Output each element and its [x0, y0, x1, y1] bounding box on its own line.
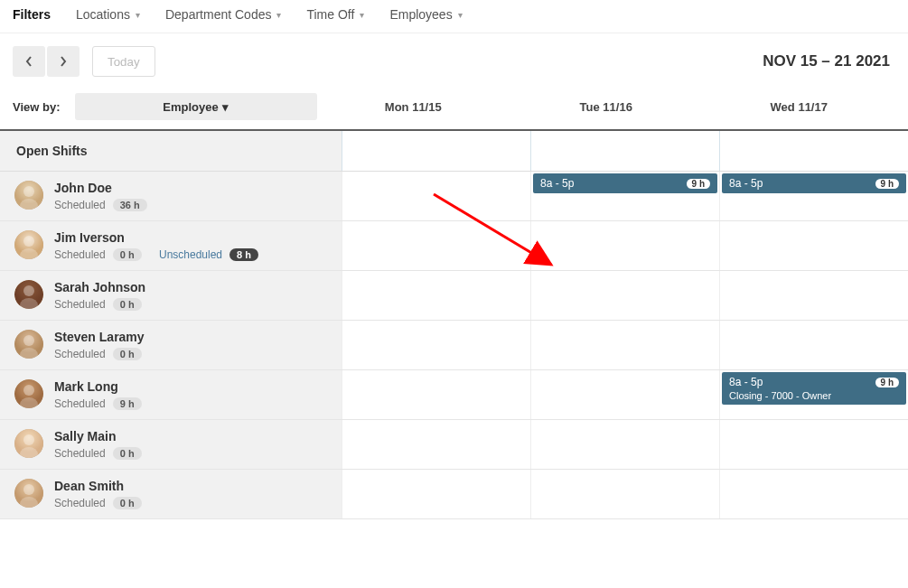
toolbar: Today NOV 15 – 21 2021	[0, 33, 908, 93]
day-cell[interactable]	[342, 470, 530, 518]
next-button[interactable]	[47, 46, 80, 77]
day-cell[interactable]	[719, 271, 908, 320]
svg-point-10	[23, 335, 34, 346]
day-header: Tue 11/16	[510, 100, 703, 114]
employee-name: Steven Laramy	[54, 330, 145, 344]
avatar	[14, 230, 43, 259]
scheduled-label: Scheduled	[54, 497, 106, 509]
day-cells	[342, 221, 908, 270]
avatar	[14, 429, 43, 458]
svg-point-1	[23, 186, 34, 197]
day-cell[interactable]: 8a - 5p 9 h Closing - 7000 - Owner	[719, 370, 908, 419]
employee-row: Jim Iverson Scheduled 0 h Unscheduled 8 …	[0, 221, 908, 271]
scheduled-hours-badge: 9 h	[113, 397, 142, 410]
employee-meta: Scheduled 0 h	[54, 447, 142, 460]
day-header: Wed 11/17	[703, 100, 896, 114]
day-cell[interactable]	[342, 172, 530, 220]
day-cell[interactable]	[530, 470, 719, 518]
today-button[interactable]: Today	[92, 46, 155, 77]
day-cell[interactable]	[719, 131, 908, 171]
filter-employees[interactable]: Employees ▾	[389, 7, 462, 22]
employee-row: Mark Long Scheduled 9 h 8a - 5p 9 h Clos…	[0, 370, 908, 420]
scheduled-hours-badge: 0 h	[113, 298, 142, 311]
shift-block[interactable]: 8a - 5p 9 h Closing - 7000 - Owner	[722, 372, 906, 405]
day-cell[interactable]	[342, 420, 530, 469]
day-headers: Mon 11/15 Tue 11/16 Wed 11/17	[317, 100, 895, 114]
employee-name: Dean Smith	[54, 479, 142, 493]
day-cell[interactable]	[530, 271, 719, 320]
employee-cell[interactable]: Jim Iverson Scheduled 0 h Unscheduled 8 …	[0, 221, 342, 270]
shift-block[interactable]: 8a - 5p 9 h	[533, 173, 717, 193]
employee-name: John Doe	[54, 181, 147, 195]
day-cell[interactable]	[342, 221, 530, 270]
day-cells	[342, 271, 908, 320]
open-shifts-label: Open Shifts	[0, 131, 342, 171]
filters-bar: Filters Locations ▾ Department Codes ▾ T…	[0, 0, 908, 33]
avatar	[14, 280, 43, 309]
shift-block[interactable]: 8a - 5p 9 h	[722, 173, 906, 193]
scheduled-hours-badge: 0 h	[113, 348, 142, 360]
employee-name: Sally Main	[54, 429, 142, 443]
employee-meta: Scheduled 36 h	[54, 199, 147, 211]
chevron-down-icon: ▾	[136, 10, 140, 20]
employee-row: Steven Laramy Scheduled 0 h	[0, 321, 908, 370]
chevron-left-icon	[24, 55, 33, 68]
avatar	[14, 379, 43, 408]
employee-cell[interactable]: Steven Laramy Scheduled 0 h	[0, 321, 342, 369]
employee-row: John Doe Scheduled 36 h 8a - 5p 9 h 8a -…	[0, 172, 908, 221]
filter-locations[interactable]: Locations ▾	[76, 7, 140, 22]
day-cell[interactable]	[530, 221, 719, 270]
day-cell[interactable]	[719, 470, 908, 518]
filters-label: Filters	[13, 7, 51, 22]
employee-cell[interactable]: Sarah Johnson Scheduled 0 h	[0, 271, 342, 320]
employee-cell[interactable]: Dean Smith Scheduled 0 h	[0, 470, 342, 518]
scheduled-hours-badge: 36 h	[113, 199, 147, 211]
scheduled-label: Scheduled	[54, 248, 106, 261]
unscheduled-hours-badge: 8 h	[229, 248, 258, 261]
day-cell[interactable]	[342, 131, 530, 171]
chevron-right-icon	[59, 55, 68, 68]
employee-name: Mark Long	[54, 379, 142, 394]
day-cell[interactable]	[530, 321, 719, 369]
day-cells	[342, 470, 908, 518]
employee-row: Dean Smith Scheduled 0 h	[0, 470, 908, 519]
filter-department-codes[interactable]: Department Codes ▾	[165, 7, 282, 22]
employee-cell[interactable]: Sally Main Scheduled 0 h	[0, 420, 342, 469]
schedule-grid: Open Shifts John Doe Scheduled 36 h 8a -…	[0, 131, 908, 519]
employee-name: Sarah Johnson	[54, 280, 145, 294]
scheduled-label: Scheduled	[54, 199, 106, 211]
day-cell[interactable]: 8a - 5p 9 h	[719, 172, 908, 220]
employee-cell[interactable]: Mark Long Scheduled 9 h	[0, 370, 342, 419]
employee-meta: Scheduled 0 h	[54, 497, 142, 509]
day-cell[interactable]	[530, 131, 719, 171]
day-cell[interactable]	[719, 221, 908, 270]
avatar	[14, 181, 43, 210]
avatar	[14, 330, 43, 359]
day-cell[interactable]	[530, 420, 719, 469]
shift-hours-badge: 9 h	[875, 378, 899, 387]
chevron-down-icon: ▾	[276, 10, 281, 20]
svg-point-19	[23, 484, 34, 495]
svg-point-13	[23, 385, 34, 396]
day-cell[interactable]	[342, 321, 530, 369]
prev-button[interactable]	[13, 46, 45, 77]
day-cell[interactable]: 8a - 5p 9 h	[530, 172, 719, 220]
day-cell[interactable]	[342, 271, 530, 320]
day-cell[interactable]	[530, 370, 719, 419]
employee-meta: Scheduled 9 h	[54, 397, 142, 410]
day-cell[interactable]	[342, 370, 530, 419]
unscheduled-label: Unscheduled	[159, 248, 222, 261]
day-cells: 8a - 5p 9 h Closing - 7000 - Owner	[342, 370, 908, 419]
filter-time-off[interactable]: Time Off ▾	[306, 7, 364, 22]
open-shifts-row: Open Shifts	[0, 131, 908, 172]
viewby-select[interactable]: Employee ▾	[75, 93, 317, 120]
svg-point-4	[23, 236, 34, 247]
employee-meta: Scheduled 0 h Unscheduled 8 h	[54, 248, 258, 261]
day-cell[interactable]	[719, 321, 908, 369]
svg-point-7	[23, 285, 34, 296]
scheduled-hours-badge: 0 h	[113, 447, 142, 460]
employee-cell[interactable]: John Doe Scheduled 36 h	[0, 172, 342, 220]
employee-meta: Scheduled 0 h	[54, 298, 145, 311]
employee-row: Sarah Johnson Scheduled 0 h	[0, 271, 908, 321]
day-cell[interactable]	[719, 420, 908, 469]
